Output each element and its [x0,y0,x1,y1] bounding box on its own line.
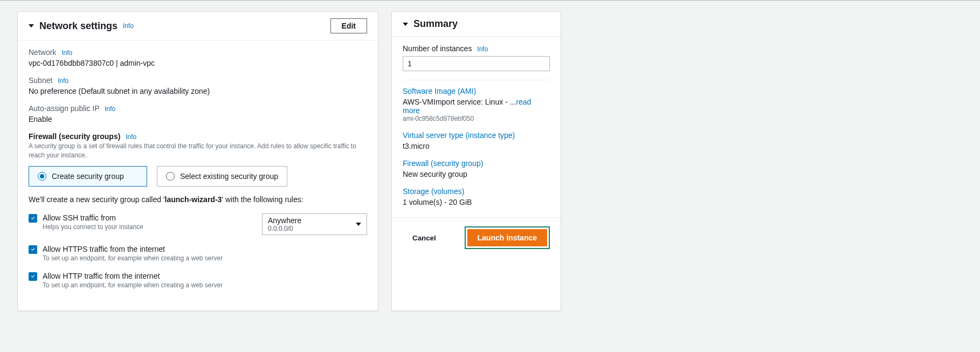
subnet-value: No preference (Default subnet in any ava… [29,87,367,95]
ssh-source-select[interactable]: Anywhere 0.0.0.0/0 [262,213,367,235]
check-icon [30,246,36,252]
subnet-info-link[interactable]: Info [58,77,68,85]
network-settings-title: Network settings [39,20,118,32]
radio-selected-icon [38,172,46,181]
summary-header: Summary [392,12,561,37]
network-info-link[interactable]: Info [123,22,134,30]
num-instances-label: Number of instances Info [403,44,550,53]
edit-button[interactable]: Edit [330,18,367,33]
summary-panel: Summary Number of instances Info Softwar… [391,11,561,311]
firewall-helper: A security group is a set of firewall ru… [29,142,367,161]
allow-http-checkbox[interactable] [29,272,37,281]
ami-id: ami-0c958c5d878ebf050 [403,115,550,122]
check-icon [30,215,36,221]
public-ip-label: Auto-assign public IP Info [29,104,367,113]
summary-title: Summary [413,18,458,30]
allow-ssh-checkbox[interactable] [29,214,37,223]
launch-instance-button[interactable]: Launch instance [467,229,547,246]
ami-link[interactable]: Software Image (AMI) [403,87,550,95]
storage-value: 1 volume(s) - 20 GiB [403,198,550,206]
create-security-group-radio[interactable]: Create security group [29,166,147,187]
allow-https-checkbox[interactable] [29,245,37,254]
network-settings-panel: Network settings Info Edit Network Info … [17,11,378,311]
chevron-down-icon [356,223,361,226]
select-existing-security-group-radio[interactable]: Select existing security group [157,166,287,187]
firewall-info-link[interactable]: Info [126,133,136,141]
subnet-label: Subnet Info [29,76,367,85]
num-instances-info-link[interactable]: Info [477,45,488,53]
allow-ssh-title: Allow SSH traffic from [43,213,252,222]
vpc-info-link[interactable]: Info [61,49,72,57]
collapse-icon[interactable] [29,24,34,27]
allow-https-helper: To set up an endpoint, for example when … [43,254,367,262]
instance-type-link[interactable]: Virtual server type (instance type) [403,131,550,140]
firewall-label: Firewall (security groups) Info [29,132,367,141]
num-instances-input[interactable] [403,56,550,71]
cancel-button[interactable]: Cancel [412,234,436,242]
storage-link[interactable]: Storage (volumes) [403,187,550,196]
public-ip-info-link[interactable]: Info [105,105,115,113]
allow-http-title: Allow HTTP traffic from the internet [43,272,367,280]
firewall-value: New security group [403,170,550,178]
firewall-link[interactable]: Firewall (security group) [403,159,550,168]
collapse-icon[interactable] [403,23,408,26]
allow-http-helper: To set up an endpoint, for example when … [43,281,367,289]
ami-value: AWS-VMImport service: Linux - ...read mo… [403,98,550,115]
launch-highlight: Launch instance [465,226,550,249]
check-icon [30,273,36,279]
allow-https-title: Allow HTTPS traffic from the internet [43,245,367,253]
network-settings-header: Network settings Info Edit [18,12,378,40]
vpc-value: vpc-0d176bdbb873807c0 | admin-vpc [29,59,367,67]
instance-type-value: t3.micro [403,142,550,150]
allow-ssh-helper: Helps you connect to your instance [43,223,252,231]
security-group-sentence: We'll create a new security group called… [29,195,367,204]
divider [403,80,550,80]
radio-unselected-icon [166,172,175,181]
public-ip-value: Enable [29,115,367,123]
vpc-label: Network Info [29,48,367,57]
